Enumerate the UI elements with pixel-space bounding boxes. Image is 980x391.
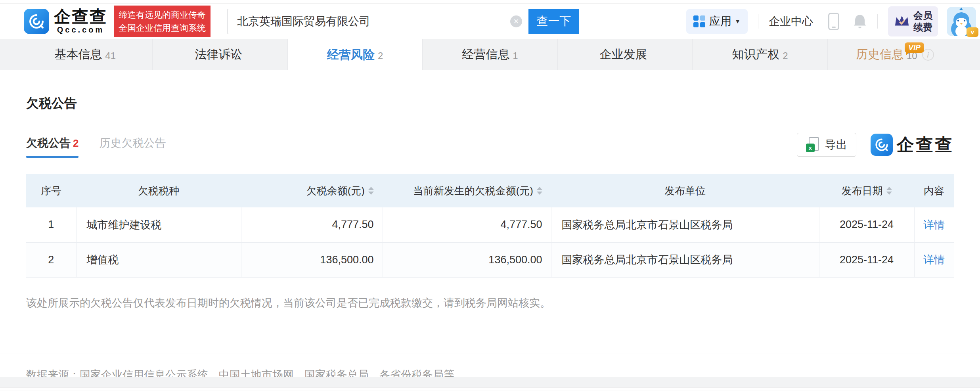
subtab-row: 欠税公告 2 历史欠税公告 x 导出 bbox=[26, 133, 954, 161]
cell-publish-date: 2025-11-24 bbox=[819, 207, 914, 242]
col-arrears-balance: 欠税余额(元) bbox=[241, 174, 383, 207]
membership-renewal-button[interactable]: 会员 续费 bbox=[888, 6, 938, 36]
col-tax-type: 欠税税种 bbox=[76, 174, 241, 207]
clear-search-icon[interactable]: × bbox=[510, 15, 522, 27]
tab-operating-info[interactable]: 经营信息 1 bbox=[423, 39, 557, 70]
tab-operating-risk[interactable]: 经营风险 2 bbox=[288, 39, 423, 70]
tab-company-development[interactable]: 企业发展 bbox=[558, 39, 693, 70]
col-seq: 序号 bbox=[26, 174, 76, 207]
membership-line-2: 续费 bbox=[913, 21, 932, 33]
apps-menu-button[interactable]: 应用 ▼ bbox=[686, 9, 748, 34]
detail-link[interactable]: 详情 bbox=[923, 219, 945, 231]
qcc-logo[interactable]: 企查查 Qcc.com bbox=[24, 8, 107, 34]
cell-new-arrears: 136,500.00 bbox=[383, 242, 551, 277]
brand-slogan: 缔造有远见的商业传奇 全国企业信用查询系统 bbox=[114, 6, 211, 37]
sort-icon[interactable] bbox=[886, 187, 892, 195]
enterprise-center-link[interactable]: 企业中心 bbox=[769, 14, 813, 29]
qcc-watermark-text: 企查查 bbox=[897, 133, 954, 157]
cell-publish-date: 2025-11-24 bbox=[819, 242, 914, 277]
cell-issuing-authority: 国家税务总局北京市石景山区税务局 bbox=[551, 207, 819, 242]
apps-label: 应用 bbox=[709, 14, 731, 29]
table-row: 1 城市维护建设税 4,777.50 4,777.50 国家税务总局北京市石景山… bbox=[26, 207, 954, 242]
user-avatar[interactable]: v bbox=[947, 7, 976, 36]
chevron-down-icon: ▼ bbox=[735, 18, 741, 25]
tab-label: 经营信息 bbox=[462, 46, 509, 63]
tab-count: 1 bbox=[513, 50, 518, 61]
detail-link[interactable]: 详情 bbox=[923, 254, 945, 266]
tab-basic-info[interactable]: 基本信息 41 bbox=[18, 39, 153, 70]
vip-corner-badge: v bbox=[967, 27, 978, 37]
table-row: 2 增值税 136,500.00 136,500.00 国家税务总局北京市石景山… bbox=[26, 242, 954, 277]
export-button[interactable]: x 导出 bbox=[797, 133, 856, 157]
tab-label: 知识产权 bbox=[732, 46, 779, 63]
vip-badge: VIP bbox=[905, 42, 924, 53]
search-bar: × 查一下 bbox=[227, 9, 579, 34]
export-label: 导出 bbox=[825, 137, 847, 152]
divider bbox=[758, 14, 758, 29]
table-header: 序号 欠税税种 欠税余额(元) 当前新发生的欠税金额(元) 发布单位 发布日期 … bbox=[26, 174, 954, 207]
tab-legal-litigation[interactable]: 法律诉讼 bbox=[153, 39, 287, 70]
brand-name: 企查查 bbox=[54, 8, 107, 25]
cell-new-arrears: 4,777.50 bbox=[383, 207, 551, 242]
section-divider bbox=[0, 353, 980, 353]
tab-count: 2 bbox=[783, 50, 788, 61]
subtab-label: 历史欠税公告 bbox=[99, 136, 166, 151]
subtab-actions: x 导出 企查查 bbox=[797, 133, 954, 161]
notifications-bell-icon[interactable] bbox=[853, 13, 867, 29]
divider bbox=[877, 14, 878, 29]
cell-issuing-authority: 国家税务总局北京市石景山区税务局 bbox=[551, 242, 819, 277]
tab-label: 历史信息 bbox=[856, 46, 903, 63]
sort-icon[interactable] bbox=[368, 187, 374, 195]
page-top-strip bbox=[0, 0, 980, 4]
membership-label: 会员 续费 bbox=[913, 10, 932, 33]
tab-intellectual-property[interactable]: 知识产权 2 bbox=[693, 39, 827, 70]
cell-tax-type: 增值税 bbox=[76, 242, 241, 277]
membership-line-1: 会员 bbox=[913, 10, 932, 21]
tab-label: 基本信息 bbox=[54, 46, 102, 63]
brand-domain: Qcc.com bbox=[57, 25, 104, 34]
subtab-history-tax-arrears[interactable]: 历史欠税公告 bbox=[99, 136, 166, 158]
tab-label: 法律诉讼 bbox=[195, 46, 242, 63]
header-right: 应用 ▼ 企业中心 会员 续费 bbox=[686, 6, 976, 36]
col-new-arrears: 当前新发生的欠税金额(元) bbox=[383, 174, 551, 207]
site-header: 企查查 Qcc.com 缔造有远见的商业传奇 全国企业信用查询系统 × 查一下 … bbox=[0, 4, 980, 39]
mobile-app-icon[interactable] bbox=[828, 13, 839, 30]
excel-icon: x bbox=[806, 137, 820, 152]
tax-arrears-table: 序号 欠税税种 欠税余额(元) 当前新发生的欠税金额(元) 发布单位 发布日期 … bbox=[26, 174, 954, 278]
tab-label: 企业发展 bbox=[599, 46, 647, 63]
cell-arrears-balance: 136,500.00 bbox=[241, 242, 383, 277]
cell-seq: 2 bbox=[26, 242, 76, 277]
col-content: 内容 bbox=[914, 174, 954, 207]
slogan-line-2: 全国企业信用查询系统 bbox=[119, 21, 206, 34]
sort-icon[interactable] bbox=[537, 187, 542, 195]
tab-count: 41 bbox=[105, 50, 116, 61]
apps-grid-icon bbox=[693, 15, 705, 27]
qcc-watermark: 企查查 bbox=[871, 133, 954, 157]
page-background-gap bbox=[0, 377, 980, 387]
cell-tax-type: 城市维护建设税 bbox=[76, 207, 241, 242]
subtab-tax-arrears[interactable]: 欠税公告 2 bbox=[26, 136, 78, 158]
search-input[interactable] bbox=[227, 9, 528, 34]
cell-detail: 详情 bbox=[914, 242, 954, 277]
disclaimer-text: 该处所展示的欠税公告仅代表发布日期时的欠税情况，当前该公司是否已完成税款缴交，请… bbox=[26, 296, 954, 310]
qcc-logo-icon bbox=[24, 9, 49, 34]
data-source-text: 数据来源：国家企业信用信息公示系统、中国土地市场网、国家税务总局、各省份税务局等… bbox=[26, 368, 954, 378]
qcc-watermark-icon bbox=[871, 134, 893, 156]
tab-history-info[interactable]: VIP 历史信息 10 i bbox=[828, 39, 962, 70]
section-title: 欠税公告 bbox=[26, 70, 954, 112]
search-button[interactable]: 查一下 bbox=[528, 9, 579, 34]
col-publish-date: 发布日期 bbox=[819, 174, 914, 207]
cell-arrears-balance: 4,777.50 bbox=[241, 207, 383, 242]
subtab-label: 欠税公告 bbox=[26, 136, 71, 151]
next-card-edge bbox=[0, 387, 980, 391]
col-issuing-authority: 发布单位 bbox=[551, 174, 819, 207]
cell-seq: 1 bbox=[26, 207, 76, 242]
slogan-line-1: 缔造有远见的商业传奇 bbox=[119, 8, 206, 21]
cell-detail: 详情 bbox=[914, 207, 954, 242]
subtab-count: 2 bbox=[73, 137, 78, 150]
tax-arrears-section: 欠税公告 欠税公告 2 历史欠税公告 x 导出 bbox=[0, 70, 980, 377]
search-box: × bbox=[227, 9, 528, 34]
tab-label: 经营风险 bbox=[327, 47, 375, 63]
qcc-logo-text: 企查查 Qcc.com bbox=[54, 8, 107, 34]
crown-icon bbox=[894, 14, 910, 29]
